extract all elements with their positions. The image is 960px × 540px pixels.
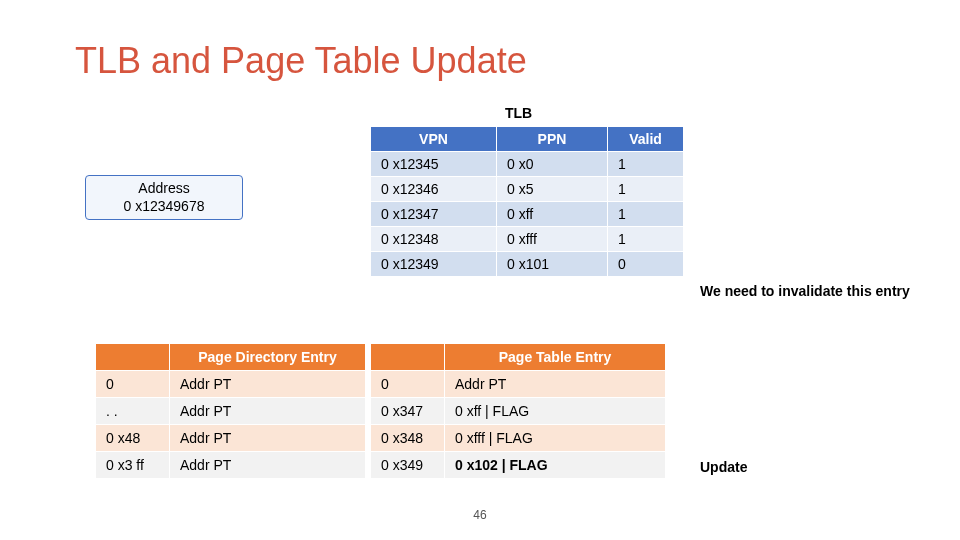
pd-idx: 0 x3 ff (96, 452, 170, 479)
tlb-cell-valid: 1 (608, 177, 684, 202)
tlb-cell-valid: 1 (608, 202, 684, 227)
table-row: 0 x3 ff Addr PT (96, 452, 366, 479)
table-row: 0 x347 0 xff | FLAG (371, 398, 666, 425)
pt-val: 0 xfff | FLAG (445, 425, 666, 452)
table-row: 0 x12347 0 xff 1 (371, 202, 684, 227)
table-row: 0 x348 0 xfff | FLAG (371, 425, 666, 452)
tlb-cell-ppn: 0 x0 (497, 152, 608, 177)
tlb-cell-vpn: 0 x12346 (371, 177, 497, 202)
pd-val: Addr PT (170, 371, 366, 398)
pd-idx: . . (96, 398, 170, 425)
tlb-cell-valid: 1 (608, 227, 684, 252)
pt-header-label: Page Table Entry (445, 344, 666, 371)
table-row: . . Addr PT (96, 398, 366, 425)
pd-idx: 0 (96, 371, 170, 398)
pt-val: Addr PT (445, 371, 666, 398)
tlb-label: TLB (505, 105, 532, 121)
tlb-cell-ppn: 0 xfff (497, 227, 608, 252)
address-label: Address (94, 180, 234, 198)
pt-idx: 0 (371, 371, 445, 398)
page-number: 46 (0, 508, 960, 522)
tlb-cell-ppn: 0 xff (497, 202, 608, 227)
table-row: 0 x12349 0 x101 0 (371, 252, 684, 277)
pt-val: 0 x102 | FLAG (445, 452, 666, 479)
tlb-cell-valid: 1 (608, 152, 684, 177)
tlb-cell-vpn: 0 x12345 (371, 152, 497, 177)
pt-val: 0 xff | FLAG (445, 398, 666, 425)
tlb-cell-vpn: 0 x12347 (371, 202, 497, 227)
table-row: 0 x12346 0 x5 1 (371, 177, 684, 202)
table-row: 0 x349 0 x102 | FLAG (371, 452, 666, 479)
tlb-header-valid: Valid (608, 127, 684, 152)
page-table-table: Page Table Entry 0 Addr PT 0 x347 0 xff … (370, 343, 666, 479)
tlb-cell-ppn: 0 x5 (497, 177, 608, 202)
pd-val: Addr PT (170, 425, 366, 452)
pd-idx: 0 x48 (96, 425, 170, 452)
pd-header-blank (96, 344, 170, 371)
page-directory-table: Page Directory Entry 0 Addr PT . . Addr … (95, 343, 366, 479)
tlb-cell-valid: 0 (608, 252, 684, 277)
pt-idx: 0 x349 (371, 452, 445, 479)
annotation-invalidate: We need to invalidate this entry (700, 283, 910, 299)
table-row: 0 Addr PT (371, 371, 666, 398)
table-row: 0 Addr PT (96, 371, 366, 398)
tlb-cell-vpn: 0 x12349 (371, 252, 497, 277)
pd-header-label: Page Directory Entry (170, 344, 366, 371)
pd-val: Addr PT (170, 398, 366, 425)
table-row: 0 x48 Addr PT (96, 425, 366, 452)
annotation-update: Update (700, 459, 747, 475)
pt-idx: 0 x348 (371, 425, 445, 452)
pt-header-blank (371, 344, 445, 371)
pt-idx: 0 x347 (371, 398, 445, 425)
tlb-header-ppn: PPN (497, 127, 608, 152)
table-row: 0 x12345 0 x0 1 (371, 152, 684, 177)
tlb-header-vpn: VPN (371, 127, 497, 152)
page-title: TLB and Page Table Update (75, 40, 527, 82)
tlb-table: VPN PPN Valid 0 x12345 0 x0 1 0 x12346 0… (370, 126, 684, 277)
tlb-cell-ppn: 0 x101 (497, 252, 608, 277)
pd-val: Addr PT (170, 452, 366, 479)
table-row: 0 x12348 0 xfff 1 (371, 227, 684, 252)
address-box: Address 0 x12349678 (85, 175, 243, 220)
tlb-cell-vpn: 0 x12348 (371, 227, 497, 252)
address-value: 0 x12349678 (94, 198, 234, 216)
